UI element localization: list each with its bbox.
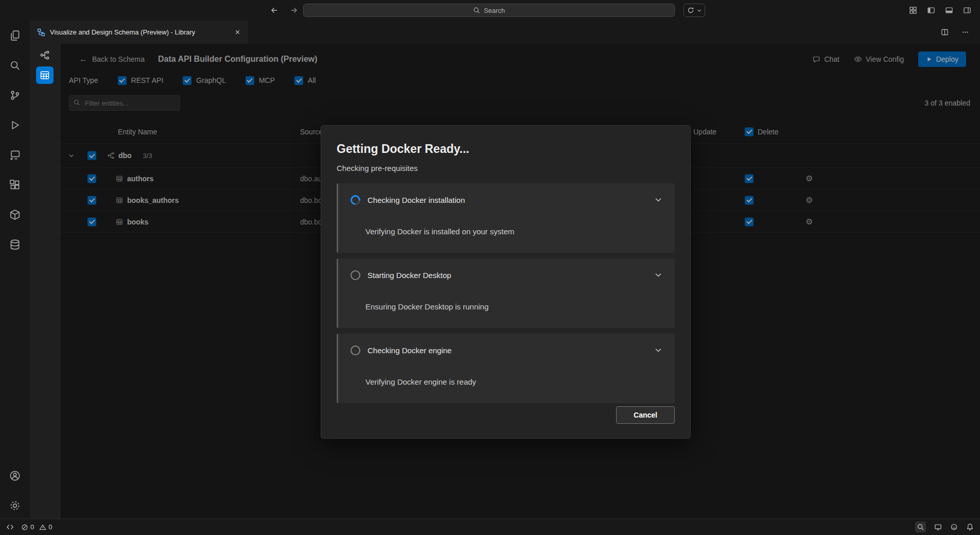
tab-bar: Visualize and Design Schema (Preview) - … — [30, 21, 980, 44]
docker-ready-dialog: Getting Docker Ready... Checking pre-req… — [321, 125, 691, 439]
step-label: Checking Docker engine — [367, 346, 451, 355]
status-right — [915, 522, 974, 532]
files-icon — [9, 30, 21, 41]
step-accent-bar — [337, 183, 338, 253]
tabbar-actions — [938, 21, 980, 44]
gear-icon — [9, 500, 21, 511]
dab-config-button[interactable] — [36, 66, 54, 84]
nav-arrows — [268, 4, 301, 17]
database-icon — [9, 239, 21, 250]
activity-search[interactable] — [6, 57, 24, 74]
nav-back-button[interactable] — [268, 4, 281, 17]
copilot-icon — [687, 6, 695, 14]
search-icon — [473, 7, 480, 14]
split-editor-icon — [941, 28, 949, 36]
copilot-menu-button[interactable] — [684, 4, 705, 17]
more-actions-button[interactable] — [958, 26, 972, 39]
tab-close-button[interactable] — [232, 27, 243, 38]
activity-database[interactable] — [6, 236, 24, 253]
activity-containers[interactable] — [6, 206, 24, 223]
spinner-icon — [348, 193, 362, 207]
zoom-indicator[interactable] — [915, 522, 926, 532]
screen-indicator[interactable] — [934, 523, 942, 531]
screen-icon — [934, 523, 942, 531]
docker-steps: Checking Docker installation Verifying D… — [337, 183, 675, 403]
step-docker-desktop: Starting Docker Desktop Ensuring Docker … — [337, 258, 675, 328]
package-icon — [9, 209, 21, 220]
activity-settings[interactable] — [6, 497, 24, 514]
step-docker-engine: Checking Docker engine Verifying Docker … — [337, 334, 675, 403]
dialog-footer: Cancel — [337, 406, 675, 424]
customize-layout-button[interactable] — [906, 4, 920, 17]
panel-bottom-icon — [945, 6, 953, 14]
step-header[interactable]: Checking Docker installation — [337, 183, 675, 216]
schema-designer-button[interactable] — [36, 46, 54, 64]
nav-forward-button[interactable] — [287, 4, 301, 17]
arrow-right-icon — [290, 6, 298, 14]
error-icon — [21, 524, 28, 531]
remote-indicator[interactable] — [6, 523, 14, 531]
schema-icon — [40, 50, 50, 60]
search-label: Search — [484, 7, 505, 14]
cancel-button[interactable]: Cancel — [616, 406, 675, 424]
step-description: Verifying Docker engine is ready — [365, 377, 675, 386]
sidebar-left-icon — [927, 6, 935, 14]
step-docker-installation: Checking Docker installation Verifying D… — [337, 183, 675, 253]
activity-source-control[interactable] — [6, 87, 24, 104]
chevron-down-icon[interactable] — [654, 271, 662, 279]
table-config-icon — [40, 70, 50, 80]
schema-tab-icon — [37, 28, 45, 37]
grid-icon — [909, 6, 917, 14]
pending-circle-icon — [351, 270, 360, 280]
status-left: 0 0 — [6, 523, 55, 531]
error-count: 0 — [30, 523, 34, 531]
command-center-search[interactable]: Search — [303, 4, 675, 17]
warning-icon — [39, 524, 46, 531]
toggle-panel-button[interactable] — [942, 4, 956, 17]
chevron-down-icon[interactable] — [654, 346, 662, 354]
layout-controls — [906, 4, 974, 17]
magnifier-icon — [917, 523, 924, 531]
warning-count: 0 — [48, 523, 52, 531]
step-header[interactable]: Starting Docker Desktop — [337, 258, 675, 291]
activity-extensions[interactable] — [6, 176, 24, 194]
close-icon — [234, 29, 241, 36]
feedback-button[interactable] — [950, 523, 958, 531]
titlebar: Search — [0, 0, 980, 21]
toggle-secondary-sidebar-button[interactable] — [960, 4, 974, 17]
split-editor-button[interactable] — [938, 26, 951, 39]
run-debug-icon — [9, 119, 21, 131]
webview-toolbar — [30, 44, 60, 519]
chevron-down-icon — [696, 8, 702, 13]
activity-account[interactable] — [6, 467, 24, 485]
remote-icon — [6, 523, 14, 531]
activity-run-debug[interactable] — [6, 116, 24, 134]
step-accent-bar — [337, 258, 338, 328]
pending-circle-icon — [351, 346, 360, 355]
remote-explorer-icon — [9, 149, 21, 161]
dialog-title: Getting Docker Ready... — [337, 141, 675, 157]
activity-bar — [0, 21, 30, 519]
notifications-button[interactable] — [966, 523, 974, 531]
bell-icon — [966, 523, 974, 531]
tab-title: Visualize and Design Schema (Preview) - … — [50, 28, 195, 36]
activity-remote-explorer[interactable] — [6, 146, 24, 164]
search-icon — [9, 60, 21, 71]
activity-explorer[interactable] — [6, 27, 24, 44]
ellipsis-icon — [961, 28, 969, 36]
smiley-icon — [950, 523, 958, 531]
step-header[interactable]: Checking Docker engine — [337, 334, 675, 367]
step-accent-bar — [337, 334, 338, 403]
chevron-down-icon[interactable] — [654, 196, 662, 204]
sidebar-right-icon — [963, 6, 971, 14]
dialog-subtitle: Checking pre-requisites — [337, 163, 675, 173]
step-label: Checking Docker installation — [367, 196, 465, 204]
step-label: Starting Docker Desktop — [367, 271, 451, 280]
tab-visualize-design-schema[interactable]: Visualize and Design Schema (Preview) - … — [30, 21, 248, 44]
status-bar: 0 0 — [0, 519, 980, 535]
arrow-left-icon — [270, 6, 278, 14]
problems-indicator[interactable]: 0 0 — [21, 523, 55, 531]
toggle-primary-sidebar-button[interactable] — [924, 4, 938, 17]
source-control-icon — [9, 90, 21, 101]
account-icon — [9, 470, 21, 481]
